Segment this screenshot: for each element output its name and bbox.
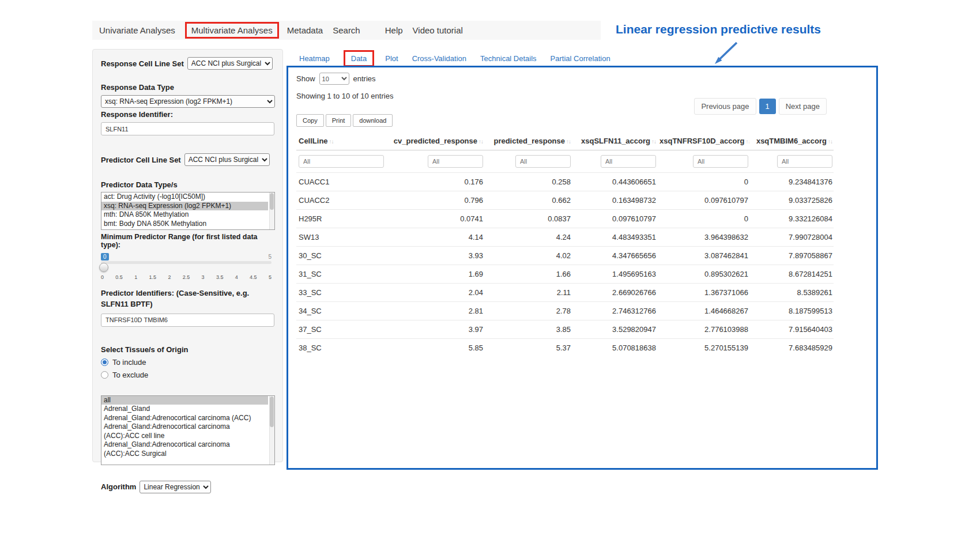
option-adrenal-gland-adrenocortical-carcinoma-acc[interactable]: Adrenal_Gland:Adrenocortical carcinoma (… [101, 414, 268, 423]
filter-cell [296, 150, 387, 173]
table-row[interactable]: 30_SC3.934.024.3476656563.0874628417.897… [296, 247, 834, 265]
tab-heatmap[interactable]: Heatmap [299, 54, 330, 63]
column-filter-input-xsqtmbim6-accorg[interactable] [777, 155, 832, 168]
column-header-label: xsqTNFRSF10D_accorg [659, 137, 744, 145]
current-page-button[interactable]: 1 [759, 99, 776, 114]
option-act-drug-activity-log10-ic50m[interactable]: act: Drug Activity (-log10[IC50M]) [101, 193, 268, 202]
nav-item-video-tutorial[interactable]: Video tutorial [413, 25, 463, 35]
scrollbar-thumb[interactable] [270, 397, 274, 428]
sort-icon[interactable]: ↑↓ [651, 138, 656, 145]
min-predictor-range-slider[interactable]: 0 5 00.511.522.533.544.55 [101, 253, 272, 283]
results-panel: Show 10 entries Showing 1 to 10 of 10 en… [287, 66, 878, 470]
column-header-xsqtmbim6-accorg[interactable]: xsqTMBIM6_accorg↑↓ [749, 132, 834, 150]
option-adrenal-gland-adrenocortical-carcinoma-acc-a[interactable]: Adrenal_Gland:Adrenocortical carcinoma (… [101, 422, 268, 440]
tab-data[interactable]: Data [344, 50, 374, 67]
tab-technical-details[interactable]: Technical Details [480, 54, 537, 63]
response-cell-line-set-select[interactable]: ACC NCI plus Surgical [187, 57, 273, 70]
next-page-button[interactable]: Next page [779, 98, 827, 115]
table-row[interactable]: 34_SC2.812.782.7463127661.4646682678.187… [296, 302, 834, 320]
radio-label: To exclude [112, 371, 148, 379]
column-filter-input-xsqtnfrsf10d-accorg[interactable] [693, 155, 748, 168]
column-filter-input-cv-predicted-response[interactable] [428, 155, 483, 168]
sort-icon[interactable]: ↑↓ [828, 138, 832, 145]
option-all[interactable]: all [101, 396, 268, 405]
column-header-cellline[interactable]: CellLine↑↓ [296, 132, 387, 150]
column-header-xsqslfn11-accorg[interactable]: xsqSLFN11_accorg↑↓ [572, 132, 657, 150]
copy-button[interactable]: Copy [296, 114, 324, 127]
value-cell: 2.78 [484, 302, 572, 320]
option-bmt-body-dna-850k-methylation[interactable]: bmt: Body DNA 850K Methylation [101, 220, 268, 229]
predictor-cell-line-set-select[interactable]: ACC NCI plus Surgical [184, 153, 270, 166]
tab-partial-correlation[interactable]: Partial Correlation [551, 54, 610, 63]
nav-item-metadata[interactable]: Metadata [287, 25, 323, 35]
sort-icon[interactable]: ↑↓ [566, 138, 571, 145]
column-filter-input-predicted-response[interactable] [515, 155, 571, 168]
column-header-label: xsqTMBIM6_accorg [756, 137, 827, 145]
table-row[interactable]: 33_SC2.042.112.6690267661.3673710668.538… [296, 284, 834, 302]
table-filter-row [296, 150, 834, 173]
tab-plot[interactable]: Plot [385, 54, 398, 63]
value-cell: 2.11 [484, 284, 572, 302]
table-row[interactable]: 38_SC5.855.375.0708186385.2701551397.683… [296, 339, 834, 357]
value-cell: 0.796 [387, 191, 484, 210]
radio-option-to-exclude[interactable]: To exclude [101, 371, 274, 379]
slider-tick-label: 0.5 [115, 274, 123, 280]
nav-item-search[interactable]: Search [333, 25, 360, 35]
sort-icon[interactable]: ↑↓ [478, 138, 483, 145]
annotation-arrow-icon [711, 40, 741, 67]
tab-cross-validation[interactable]: Cross-Validation [412, 54, 466, 63]
sort-icon[interactable]: ↑↓ [329, 138, 334, 145]
entries-count-select[interactable]: 10 [319, 73, 349, 85]
slider-handle[interactable] [99, 263, 108, 272]
response-identifier-input[interactable] [101, 122, 274, 135]
value-cell: 1.464668267 [657, 302, 749, 320]
print-button[interactable]: Print [326, 114, 352, 127]
nav-item-help[interactable]: Help [385, 25, 403, 35]
slider-tick-label: 1 [134, 274, 137, 280]
predictor-data-type-label: Predictor Data Type/s [101, 180, 274, 189]
value-cell: 3.85 [484, 320, 572, 339]
response-data-type-select[interactable]: xsq: RNA-seq Expression (log2 FPKM+1) [101, 95, 275, 108]
value-cell: 2.746312766 [572, 302, 657, 320]
column-filter-input-cellline[interactable] [299, 155, 384, 168]
column-header-cv-predicted-response[interactable]: cv_predicted_response↑↓ [387, 132, 484, 150]
column-header-predicted-response[interactable]: predicted_response↑↓ [484, 132, 572, 150]
column-filter-input-xsqslfn11-accorg[interactable] [601, 155, 656, 168]
table-row[interactable]: 31_SC1.691.661.4956951630.8953026218.672… [296, 265, 834, 284]
slider-track[interactable] [101, 261, 272, 264]
previous-page-button[interactable]: Previous page [694, 98, 756, 115]
option-xsq-rna-seq-expression-log2-fpkm-1[interactable]: xsq: RNA-seq Expression (log2 FPKM+1) [101, 202, 268, 211]
option-adrenal-gland-adrenocortical-carcinoma-acc-a[interactable]: Adrenal_Gland:Adrenocortical carcinoma (… [101, 440, 268, 458]
option-mth-dna-850k-methylation[interactable]: mth: DNA 850K Methylation [101, 210, 268, 220]
nav-item-univariate-analyses[interactable]: Univariate Analyses [99, 25, 175, 35]
radio-button-icon[interactable] [101, 371, 108, 379]
predictor-identifiers-input[interactable] [101, 314, 274, 327]
listbox-scrollbar[interactable] [269, 193, 274, 229]
column-header-label: cv_predicted_response [394, 137, 477, 145]
filter-cell [387, 150, 484, 173]
table-row[interactable]: 37_SC3.973.853.5298209472.7761039887.915… [296, 320, 834, 339]
nav-item-multivariate-analyses[interactable]: Multivariate Analyses [185, 22, 279, 39]
table-row[interactable]: SW134.144.244.4834933513.9643986327.9907… [296, 228, 834, 247]
value-cell: 7.990728004 [749, 228, 834, 247]
listbox-scrollbar[interactable] [269, 396, 274, 465]
value-cell: 5.070818638 [572, 339, 657, 357]
radio-option-to-include[interactable]: To include [101, 358, 274, 367]
sort-icon[interactable]: ↑↓ [745, 138, 749, 145]
option-adrenal-gland[interactable]: Adrenal_Gland [101, 405, 268, 414]
tissue-listbox[interactable]: allAdrenal_GlandAdrenal_Gland:Adrenocort… [101, 395, 275, 465]
column-header-xsqtnfrsf10d-accorg[interactable]: xsqTNFRSF10D_accorg↑↓ [657, 132, 749, 150]
table-row[interactable]: CUACC20.7960.6620.1634987320.0976107979.… [296, 191, 834, 210]
table-row[interactable]: H295R0.07410.08370.09761079709.332126084 [296, 210, 834, 228]
download-button[interactable]: download [353, 114, 393, 127]
value-cell: 0.662 [484, 191, 572, 210]
radio-button-icon[interactable] [101, 358, 108, 366]
slider-tick-label: 2 [168, 274, 171, 280]
predictor-data-type-listbox[interactable]: act: Drug Activity (-log10[IC50M])xsq: R… [101, 192, 275, 230]
table-row[interactable]: CUACC10.1760.2580.44360665109.234841376 [296, 173, 834, 191]
cell-line-cell: 33_SC [296, 284, 387, 302]
scrollbar-thumb[interactable] [270, 193, 274, 210]
algorithm-select[interactable]: Linear Regression [140, 481, 211, 493]
tissue-origin-label: Select Tissue/s of Origin [101, 345, 274, 354]
cell-line-cell: 31_SC [296, 265, 387, 284]
